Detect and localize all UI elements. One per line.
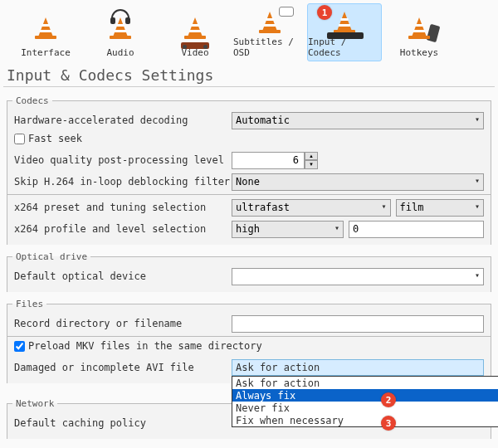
avi-option[interactable]: Never fix: [232, 402, 498, 414]
page-title: Input & Codecs Settings: [3, 61, 495, 87]
record-dir-label: Record directory or filename: [14, 318, 232, 329]
cone-icon: [184, 14, 206, 39]
hw-decoding-select[interactable]: Automatic: [232, 112, 484, 129]
tab-hotkeys[interactable]: Hotkeys: [382, 3, 456, 61]
avi-selected-value: Ask for action: [232, 359, 484, 376]
fast-seek-label: Fast seek: [28, 133, 82, 144]
post-proc-label: Video quality post-processing level: [14, 154, 232, 166]
x264-preset-label: x264 preset and tuning selection: [14, 202, 232, 213]
cone-icon: [110, 14, 131, 39]
clapperboard-icon: [181, 42, 209, 49]
avi-option[interactable]: Always fix: [232, 389, 498, 402]
avi-dropdown-list: Ask for action Always fix Never fix Fix …: [232, 376, 498, 427]
post-proc-input[interactable]: [232, 152, 305, 169]
hw-decoding-label: Hardware-accelerated decoding: [14, 114, 232, 126]
spin-down-button[interactable]: ▼: [305, 160, 318, 169]
skip-h264-label: Skip H.264 in-loop deblocking filter: [14, 176, 232, 187]
tab-audio[interactable]: Audio: [83, 3, 158, 61]
optical-device-select[interactable]: [232, 268, 484, 285]
group-legend: Optical drive: [12, 251, 90, 262]
group-legend: Network: [12, 398, 57, 409]
x264-level-input[interactable]: [349, 221, 484, 238]
tab-label: Interface: [21, 47, 71, 58]
headphones-icon: [111, 9, 129, 21]
annotation-badge-2: 2: [381, 392, 396, 407]
cone-icon: [408, 14, 430, 39]
avi-option[interactable]: Ask for action: [232, 377, 498, 389]
cone-icon: [259, 8, 281, 33]
avi-option[interactable]: Fix when necessary: [232, 414, 498, 426]
x264-profile-select[interactable]: high: [232, 221, 344, 238]
optical-device-label: Default optical device: [14, 270, 232, 282]
tab-subtitles[interactable]: Subtitles / OSD: [232, 3, 307, 61]
tab-video[interactable]: Video: [158, 3, 232, 61]
settings-tabs: Interface Audio Video Subtitles / OSD In…: [0, 0, 498, 61]
group-codecs: Codecs Hardware-accelerated decoding Aut…: [7, 95, 491, 245]
preload-mkv-label: Preload MKV files in the same directory: [28, 340, 262, 352]
preload-mkv-checkbox[interactable]: [14, 341, 25, 352]
tab-interface[interactable]: Interface: [8, 3, 83, 61]
remote-icon: [427, 23, 441, 41]
cone-icon: [334, 8, 355, 33]
tab-label: Hotkeys: [400, 47, 438, 58]
tab-label: Audio: [106, 47, 134, 58]
x264-profile-label: x264 profile and level selection: [14, 223, 232, 235]
speech-bubble-icon: [279, 7, 294, 17]
spin-up-button[interactable]: ▲: [305, 152, 318, 161]
avi-label: Damaged or incomplete AVI file: [14, 362, 232, 373]
fast-seek-checkbox[interactable]: [14, 134, 25, 144]
skip-h264-select[interactable]: None: [232, 173, 484, 191]
caching-policy-label: Default caching policy: [14, 417, 232, 429]
avi-select-open[interactable]: Ask for action Ask for action Always fix…: [232, 359, 484, 376]
x264-preset-select[interactable]: ultrafast: [232, 199, 391, 217]
filmstrip-icon: [327, 32, 364, 39]
tab-label: Subtitles / OSD: [233, 37, 306, 58]
x264-tune-select[interactable]: film: [396, 199, 484, 217]
group-legend: Codecs: [12, 95, 52, 106]
tab-label: Input / Codecs: [308, 37, 381, 58]
group-optical: Optical drive Default optical device: [7, 251, 491, 292]
cone-icon: [35, 14, 56, 39]
annotation-badge-3: 3: [381, 416, 396, 431]
record-dir-input[interactable]: [232, 315, 484, 333]
annotation-badge-1: 1: [317, 5, 332, 20]
group-files: Files Record directory or filename Prelo…: [7, 299, 491, 383]
group-legend: Files: [12, 299, 46, 309]
